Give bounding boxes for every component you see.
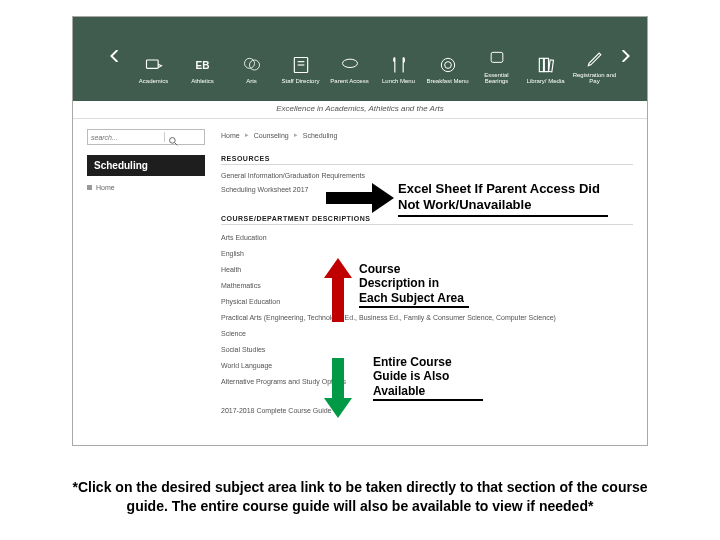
- callout-course-guide: Entire Course Guide is Also Available: [373, 355, 483, 401]
- svg-line-14: [175, 143, 178, 146]
- nav-label: Breakfast Menu: [424, 78, 472, 85]
- nav-item-library[interactable]: Library/ Media: [521, 54, 570, 85]
- masks-icon: [239, 54, 265, 76]
- green-arrow-down: [324, 358, 352, 418]
- tagline: Excellence in Academics, Athletics and t…: [73, 101, 647, 119]
- nav-prev-arrow[interactable]: [109, 49, 121, 63]
- dept-link[interactable]: Practical Arts (Engineering, Technology …: [221, 314, 633, 321]
- dept-link[interactable]: English: [221, 250, 633, 257]
- search-box[interactable]: [87, 129, 205, 145]
- nav-label: Academics: [130, 78, 178, 85]
- search-input[interactable]: [91, 134, 161, 141]
- svg-rect-9: [491, 52, 503, 62]
- sidebar: Scheduling Home: [87, 129, 205, 414]
- nav-item-breakfast[interactable]: Breakfast Menu: [423, 54, 472, 85]
- dept-link[interactable]: Arts Education: [221, 234, 633, 241]
- callout-course-description: Course Description in Each Subject Area: [359, 262, 469, 308]
- sidebar-home-link[interactable]: Home: [87, 184, 205, 191]
- svg-rect-0: [146, 60, 158, 68]
- breadcrumb-home[interactable]: Home: [221, 132, 240, 139]
- callout-excel-sheet: Excel Sheet If Parent Access Did Not Wor…: [398, 181, 608, 217]
- nav-item-bearings[interactable]: Essential Bearings: [472, 48, 521, 85]
- nav-item-lunch[interactable]: Lunch Menu: [374, 54, 423, 85]
- search-divider: [164, 132, 165, 142]
- breadcrumb-counseling[interactable]: Counseling: [254, 132, 289, 139]
- eb-logo-icon: EB: [190, 54, 216, 76]
- badge-icon: [484, 48, 510, 70]
- nav-next-arrow[interactable]: [619, 49, 631, 63]
- plate-icon: [435, 54, 461, 76]
- course-guide-link[interactable]: 2017-2018 Complete Course Guide: [221, 407, 633, 414]
- svg-rect-12: [548, 60, 553, 72]
- resource-link[interactable]: General Information/Graduation Requireme…: [221, 172, 633, 179]
- dept-link[interactable]: Science: [221, 330, 633, 337]
- svg-point-13: [170, 138, 176, 144]
- departments-heading: COURSE/DEPARTMENT DESCRIPTIONS: [221, 215, 633, 225]
- chevron-right-icon: ▸: [245, 131, 249, 139]
- nav-label: Registration and Pay: [571, 72, 619, 85]
- nav-items: Academics EB Athletics Arts Staff Di: [129, 48, 619, 85]
- pencil-icon: [582, 48, 608, 70]
- nav-label: Staff Directory: [277, 78, 325, 85]
- svg-rect-10: [539, 59, 543, 72]
- nav-item-athletics[interactable]: EB Athletics: [178, 54, 227, 85]
- svg-rect-11: [544, 59, 548, 72]
- slide-footnote: *Click on the desired subject area link …: [0, 478, 720, 516]
- nav-label: Arts: [228, 78, 276, 85]
- nav-item-arts[interactable]: Arts: [227, 54, 276, 85]
- svg-point-6: [342, 60, 357, 68]
- nav-label: Essential Bearings: [473, 72, 521, 85]
- nav-item-registration[interactable]: Registration and Pay: [570, 48, 619, 85]
- nav-item-parent-access[interactable]: Parent Access: [325, 54, 374, 85]
- black-arrow-right: [326, 183, 396, 213]
- nav-item-staff[interactable]: Staff Directory: [276, 54, 325, 85]
- dept-link[interactable]: Social Studies: [221, 346, 633, 353]
- nav-label: Athletics: [179, 78, 227, 85]
- utensils-icon: [386, 54, 412, 76]
- sidebar-title: Scheduling: [87, 155, 205, 176]
- svg-point-7: [441, 59, 454, 72]
- top-nav: Academics EB Athletics Arts Staff Di: [73, 17, 647, 101]
- red-arrow-up: [324, 258, 352, 322]
- directory-icon: [288, 54, 314, 76]
- nav-item-academics[interactable]: Academics: [129, 54, 178, 85]
- books-icon: [533, 54, 559, 76]
- breadcrumb-scheduling[interactable]: Scheduling: [303, 132, 338, 139]
- genesis-icon: [337, 54, 363, 76]
- breadcrumb: Home ▸ Counseling ▸ Scheduling: [221, 131, 633, 139]
- diploma-icon: [141, 54, 167, 76]
- resources-heading: RESOURCES: [221, 155, 633, 165]
- svg-point-8: [444, 62, 451, 69]
- chevron-right-icon: ▸: [294, 131, 298, 139]
- sidebar-home-label: Home: [96, 184, 115, 191]
- bullet-icon: [87, 185, 92, 190]
- nav-label: Parent Access: [326, 78, 374, 85]
- search-icon[interactable]: [168, 132, 178, 142]
- nav-label: Library/ Media: [522, 78, 570, 85]
- website-screenshot: Academics EB Athletics Arts Staff Di: [72, 16, 648, 446]
- nav-label: Lunch Menu: [375, 78, 423, 85]
